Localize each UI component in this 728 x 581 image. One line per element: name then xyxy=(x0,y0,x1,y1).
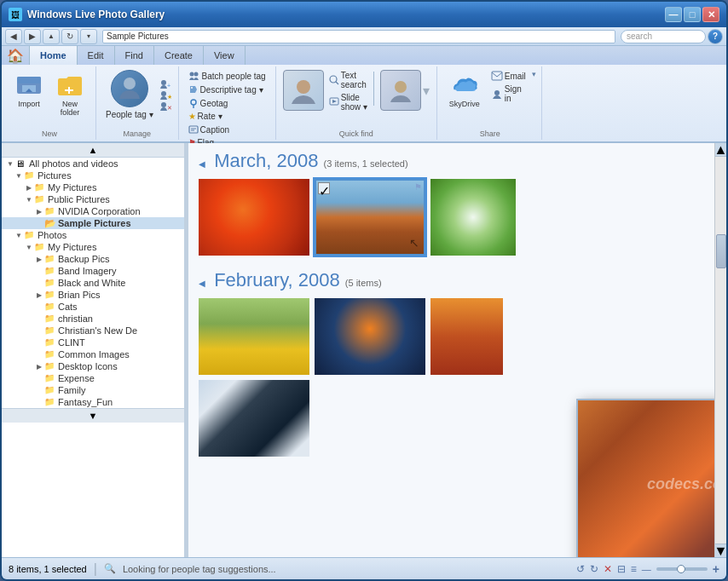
rate-button[interactable]: ★ Rate ▾ xyxy=(186,111,225,122)
sidebar-scroll-up[interactable]: ▲ xyxy=(2,143,184,158)
people-tag-button[interactable]: People tag ▾ xyxy=(103,109,156,120)
tab-find[interactable]: Find xyxy=(115,46,154,65)
folder-icon-expense: 📁 xyxy=(44,373,56,383)
zoom-slider-thumb[interactable] xyxy=(677,565,685,573)
sidebar-item-common-images[interactable]: ▶ 📁 Common Images xyxy=(2,348,184,360)
photo-hydrangea[interactable] xyxy=(430,179,516,256)
photo-jellyfish[interactable] xyxy=(315,298,425,375)
expense-label: Expense xyxy=(58,373,95,383)
svg-point-13 xyxy=(189,72,194,77)
sidebar-item-expense[interactable]: ▶ 📁 Expense xyxy=(2,372,184,384)
caption-button[interactable]: Caption xyxy=(186,124,232,135)
photo-tulips[interactable] xyxy=(199,298,309,375)
person-star-icon: ★ xyxy=(159,90,171,101)
sign-in-button[interactable]: Sign in xyxy=(488,83,529,104)
folder-icon-clint: 📁 xyxy=(44,337,56,348)
scroll-down-button[interactable]: ▼ xyxy=(715,544,726,557)
svg-point-26 xyxy=(395,81,407,93)
status-rotate-right-icon[interactable]: ↻ xyxy=(590,563,598,575)
tab-view[interactable]: View xyxy=(204,46,246,65)
sidebar-item-public-pictures[interactable]: ▼ 📁 Public Pictures xyxy=(2,193,184,205)
status-delete-icon[interactable]: ✕ xyxy=(604,563,612,575)
zoom-out-icon[interactable]: — xyxy=(642,564,651,574)
sidebar-item-sample-pictures[interactable]: ▶ 📂 Sample Pictures xyxy=(2,217,184,229)
folder-icon-common: 📁 xyxy=(44,349,56,360)
nav-bar: ◀ ▶ ▲ ↻ ▾ Sample Pictures search ? xyxy=(2,27,726,46)
history-button[interactable]: ▾ xyxy=(80,29,97,44)
photo-sunset[interactable] xyxy=(430,298,503,375)
march-collapse-arrow[interactable]: ◀ xyxy=(199,159,205,169)
sidebar-item-photos-my-pictures[interactable]: ▼ 📁 My Pictures xyxy=(2,241,184,253)
sidebar-item-backup-pics[interactable]: ▶ 📁 Backup Pics xyxy=(2,253,184,265)
tree-arrow-nvidia: ▶ xyxy=(34,208,44,216)
sidebar-item-christians-new[interactable]: ▶ 📁 Christian's New De xyxy=(2,325,184,337)
svg-point-6 xyxy=(124,78,136,89)
slide-show-button[interactable]: Slide show ▾ xyxy=(326,92,370,112)
zoom-slider[interactable] xyxy=(656,567,708,571)
zoom-in-icon[interactable]: + xyxy=(713,562,719,576)
tab-home[interactable]: Home xyxy=(30,46,78,65)
new-folder-button[interactable]: New folder xyxy=(51,70,89,118)
photo-desert-selected[interactable]: ✓ ⚑ ↖ xyxy=(315,179,425,256)
common-images-label: Common Images xyxy=(58,349,130,360)
import-button[interactable]: Import xyxy=(10,70,48,110)
import-label: Import xyxy=(18,100,40,108)
up-button[interactable]: ▲ xyxy=(43,29,60,44)
batch-people-tag-button[interactable]: Batch people tag xyxy=(186,70,269,82)
forward-button[interactable]: ▶ xyxy=(24,29,41,44)
sidebar-item-all[interactable]: ▼ 🖥 All photos and videos xyxy=(2,158,184,170)
sidebar-item-brian-pics[interactable]: ▶ 📁 Brian Pics xyxy=(2,289,184,301)
sidebar-item-nvidia[interactable]: ▶ 📁 NVIDIA Corporation xyxy=(2,205,184,217)
scroll-up-button[interactable]: ▲ xyxy=(715,143,726,157)
skydrive-label: SkyDrive xyxy=(449,100,480,108)
sidebar-item-pictures[interactable]: ▼ 📁 Pictures xyxy=(2,170,184,181)
sidebar-item-desktop-icons[interactable]: ▶ 📁 Desktop Icons xyxy=(2,360,184,372)
status-rotate-left-icon[interactable]: ↺ xyxy=(576,563,585,575)
feb-collapse-arrow[interactable]: ◀ xyxy=(199,279,205,288)
scroll-thumb[interactable] xyxy=(716,234,726,268)
tab-create[interactable]: Create xyxy=(154,46,204,65)
back-button[interactable]: ◀ xyxy=(5,29,22,44)
sidebar-item-family[interactable]: ▶ 📁 Family xyxy=(2,384,184,396)
geotag-button[interactable]: Geotag xyxy=(186,97,231,109)
close-button[interactable]: ✕ xyxy=(702,7,719,22)
sidebar-item-christian[interactable]: ▶ 📁 christian xyxy=(2,313,184,325)
maximize-button[interactable]: □ xyxy=(684,7,701,22)
face-search-1[interactable] xyxy=(283,70,324,111)
face-search-2[interactable] xyxy=(380,70,421,111)
desktop-icons-label: Desktop Icons xyxy=(58,361,118,371)
sidebar-item-fantasy-fun[interactable]: ▶ 📁 Fantasy_Fun xyxy=(2,396,184,408)
photos-my-pictures-label: My Pictures xyxy=(48,242,96,252)
sidebar-item-cats[interactable]: ▶ 📁 Cats xyxy=(2,301,184,313)
nav-search[interactable]: search xyxy=(621,30,706,43)
text-search-button[interactable]: Text search xyxy=(326,70,370,90)
share-expand-button[interactable]: ▾ xyxy=(532,70,536,78)
thumb-checkbox[interactable]: ✓ xyxy=(318,182,330,194)
photo-orange-flower[interactable] xyxy=(199,179,309,256)
ribbon-tabs: 🏠 Home Edit Find Create View xyxy=(2,46,726,65)
descriptive-tag-button[interactable]: Descriptive tag ▾ xyxy=(186,83,266,95)
skydrive-button[interactable]: SkyDrive xyxy=(444,70,485,110)
monitor-icon: 🖥 xyxy=(15,158,27,169)
folder-icon-christians-new: 📁 xyxy=(44,325,56,336)
black-white-label: Black and White xyxy=(58,278,125,288)
help-button[interactable]: ? xyxy=(708,29,723,44)
email-button[interactable]: Email xyxy=(488,70,529,82)
sidebar-item-black-white[interactable]: ▶ 📁 Black and White xyxy=(2,277,184,289)
photo-penguins[interactable] xyxy=(199,380,309,457)
status-list-icon[interactable]: ≡ xyxy=(631,563,637,575)
sidebar-item-photos[interactable]: ▼ 📁 Photos xyxy=(2,229,184,241)
batch-people-tag-label: Batch people tag xyxy=(202,72,266,81)
new-group-label: New xyxy=(10,128,89,138)
refresh-button[interactable]: ↻ xyxy=(61,29,78,44)
minimize-button[interactable]: — xyxy=(665,7,682,22)
sidebar-item-clint[interactable]: ▶ 📁 CLINT xyxy=(2,337,184,348)
folder-icon-christian: 📁 xyxy=(44,314,56,324)
address-bar[interactable]: Sample Pictures xyxy=(102,30,615,43)
sidebar-item-band-imagery[interactable]: ▶ 📁 Band Imagery xyxy=(2,265,184,277)
ribbon-group-organize: Batch people tag Descriptive tag ▾ Geota… xyxy=(181,66,276,140)
tab-edit[interactable]: Edit xyxy=(78,46,115,65)
sidebar-item-my-pictures[interactable]: ▶ 📁 My Pictures xyxy=(2,181,184,193)
sidebar-scroll-down[interactable]: ▼ xyxy=(2,408,184,423)
status-info-icon[interactable]: ⊟ xyxy=(617,563,626,575)
